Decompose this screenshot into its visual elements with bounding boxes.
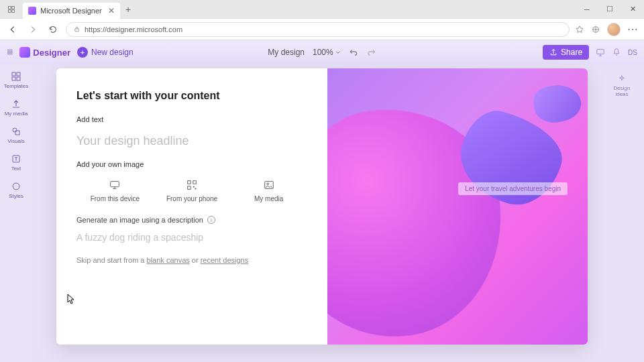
address-bar[interactable]: https://designer.microsoft.com — [66, 22, 570, 37]
generate-label: Generate an image using a description — [76, 216, 203, 224]
svg-point-21 — [267, 183, 269, 185]
info-icon[interactable]: i — [207, 216, 215, 224]
svg-rect-9 — [12, 77, 15, 80]
present-icon[interactable] — [596, 48, 605, 57]
svg-rect-6 — [597, 50, 604, 54]
svg-rect-3 — [12, 9, 15, 12]
svg-rect-16 — [193, 181, 197, 184]
left-rail: Templates My media Visuals Text Styles — [0, 64, 32, 362]
share-icon — [549, 48, 557, 56]
svg-rect-17 — [188, 186, 191, 190]
undo-icon[interactable] — [350, 48, 359, 57]
forward-button[interactable] — [25, 22, 40, 37]
blank-canvas-link[interactable]: blank canvas — [147, 256, 190, 264]
chevron-down-icon — [335, 50, 341, 56]
preview-blob — [531, 81, 584, 125]
canvas-area: Templates My media Visuals Text Styles D… — [0, 64, 644, 362]
svg-rect-15 — [188, 181, 191, 184]
styles-icon — [11, 181, 21, 192]
window-minimize-icon[interactable]: ─ — [576, 0, 598, 19]
templates-icon — [11, 71, 21, 82]
browser-tab-strip: Microsoft Designer ✕ + ─ ☐ ✕ — [0, 0, 644, 19]
hamburger-icon[interactable]: ≡ — [7, 46, 13, 58]
share-label: Share — [561, 48, 582, 57]
browser-toolbar: https://designer.microsoft.com ⋯ — [0, 19, 644, 40]
app-logo[interactable]: Designer — [19, 47, 70, 58]
zoom-value: 100% — [313, 48, 333, 57]
svg-rect-1 — [12, 6, 15, 9]
brand-text: Designer — [33, 48, 70, 58]
svg-rect-10 — [17, 77, 20, 80]
url-text: https://designer.microsoft.com — [85, 25, 182, 34]
rail-styles[interactable]: Styles — [0, 181, 32, 199]
app-toolbar: ≡ Designer + New design My design 100% S… — [0, 40, 644, 64]
rail-visuals[interactable]: Visuals — [0, 126, 32, 144]
logo-mark-icon — [19, 47, 30, 58]
back-button[interactable] — [5, 22, 20, 37]
from-device-button[interactable]: From this device — [76, 175, 154, 206]
redo-icon[interactable] — [367, 48, 376, 57]
headline-input[interactable] — [76, 130, 307, 160]
refresh-button[interactable] — [46, 22, 60, 37]
share-button[interactable]: Share — [543, 45, 589, 60]
tab-favicon — [28, 7, 36, 15]
from-phone-button[interactable]: From your phone — [154, 175, 231, 206]
sparkle-icon — [617, 74, 627, 84]
svg-point-11 — [13, 128, 17, 132]
modal-title: Let's start with your content — [76, 90, 307, 102]
document-title[interactable]: My design — [268, 48, 305, 57]
recent-designs-link[interactable]: recent designs — [201, 256, 249, 264]
lock-icon — [73, 25, 80, 33]
add-text-label: Add text — [76, 115, 307, 123]
tab-actions-icon[interactable] — [0, 0, 23, 18]
profile-avatar[interactable] — [607, 23, 621, 36]
window-maximize-icon[interactable]: ☐ — [598, 0, 621, 19]
tab-close-icon[interactable]: ✕ — [108, 6, 115, 15]
svg-rect-2 — [9, 9, 11, 12]
generate-input[interactable] — [76, 224, 307, 251]
svg-rect-19 — [195, 188, 197, 190]
preview-panel: Let your travel adventures begin — [327, 68, 588, 345]
svg-rect-14 — [111, 182, 119, 187]
cursor-icon — [67, 294, 75, 304]
start-modal: Let's start with your content Add text A… — [56, 68, 588, 345]
tab-title: Microsoft Designer — [40, 7, 102, 15]
image-icon — [263, 179, 275, 191]
plus-icon: + — [77, 47, 88, 58]
monitor-icon — [109, 179, 121, 191]
my-media-button[interactable]: My media — [230, 175, 307, 206]
rail-templates[interactable]: Templates — [0, 71, 32, 89]
new-design-button[interactable]: + New design — [77, 47, 133, 58]
browser-tab[interactable]: Microsoft Designer ✕ — [23, 3, 120, 19]
bell-icon[interactable] — [612, 48, 621, 57]
preview-overlay-text: Let your travel adventures begin — [458, 182, 568, 195]
user-initials[interactable]: DS — [628, 49, 637, 56]
favorite-icon[interactable] — [575, 25, 584, 34]
svg-rect-8 — [17, 72, 20, 76]
skip-line: Skip and start from a blank canvas or re… — [76, 256, 307, 264]
window-close-icon[interactable]: ✕ — [621, 0, 644, 19]
new-tab-button[interactable]: + — [120, 4, 136, 15]
rail-text[interactable]: Text — [0, 154, 32, 172]
rail-design-ideas[interactable]: Design ideas — [606, 71, 637, 101]
text-icon — [11, 154, 21, 164]
upload-icon — [11, 99, 21, 109]
add-image-label: Add your own image — [76, 160, 307, 168]
svg-rect-4 — [75, 29, 79, 32]
svg-rect-18 — [193, 186, 195, 188]
rail-mymedia[interactable]: My media — [0, 99, 32, 117]
qr-icon — [186, 179, 198, 191]
svg-rect-7 — [12, 72, 15, 76]
more-icon[interactable]: ⋯ — [627, 23, 639, 36]
svg-rect-0 — [9, 6, 11, 9]
zoom-control[interactable]: 100% — [313, 48, 341, 57]
visuals-icon — [11, 126, 21, 137]
new-design-label: New design — [91, 48, 133, 57]
extensions-icon[interactable] — [591, 25, 600, 34]
